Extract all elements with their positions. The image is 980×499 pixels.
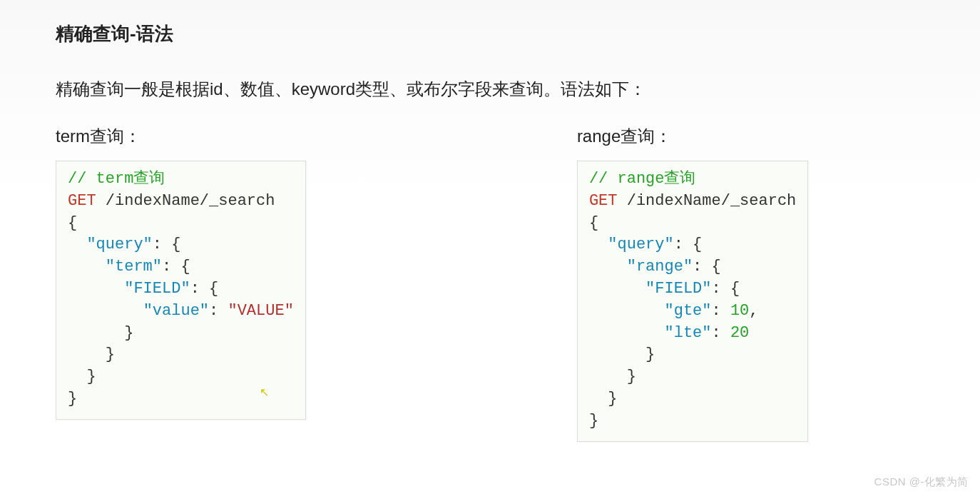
indent	[589, 324, 665, 342]
punct: : {	[693, 258, 721, 276]
http-method: GET	[68, 192, 96, 210]
punct: : {	[712, 280, 740, 298]
json-key: "gte"	[665, 302, 712, 320]
range-code-block: // range查询 GET /indexName/_search { "que…	[577, 161, 808, 442]
brace: }	[68, 390, 77, 408]
term-column: term查询： // term查询 GET /indexName/_search…	[56, 125, 306, 442]
http-path: /indexName/_search	[106, 192, 275, 210]
json-key: "lte"	[665, 324, 712, 342]
indent	[68, 258, 106, 276]
code-comment: // range查询	[589, 170, 696, 188]
json-number: 10	[730, 302, 749, 320]
json-number: 20	[730, 324, 749, 342]
brace: }	[68, 324, 133, 342]
term-label: term查询：	[56, 125, 306, 148]
json-key: "query"	[608, 236, 673, 253]
range-label: range查询：	[577, 125, 808, 148]
brace: }	[589, 368, 636, 385]
json-key: "FIELD"	[124, 280, 190, 298]
json-key: "FIELD"	[645, 280, 711, 298]
indent	[589, 236, 608, 253]
intro-text: 精确查询一般是根据id、数值、keyword类型、或布尔字段来查询。语法如下：	[56, 78, 924, 101]
watermark: CSDN @-化繁为简	[874, 475, 969, 489]
json-key: "query"	[86, 236, 152, 253]
json-string: "VALUE"	[228, 302, 293, 320]
punct: :	[209, 302, 228, 320]
indent	[589, 280, 645, 298]
punct: :	[712, 302, 730, 320]
punct: : {	[153, 236, 181, 253]
punct: :	[712, 324, 730, 342]
brace: }	[68, 368, 96, 385]
brace: {	[589, 214, 598, 232]
brace: }	[589, 346, 655, 363]
range-column: range查询： // range查询 GET /indexName/_sear…	[577, 125, 808, 442]
json-key: "value"	[143, 302, 209, 320]
indent	[68, 302, 143, 320]
brace: }	[68, 346, 115, 363]
brace: {	[68, 214, 77, 232]
brace: }	[589, 390, 618, 408]
comma: ,	[749, 302, 758, 320]
indent	[589, 258, 627, 276]
http-method: GET	[589, 192, 618, 210]
slide-page: 精确查询-语法 精确查询一般是根据id、数值、keyword类型、或布尔字段来查…	[0, 0, 980, 442]
columns: term查询： // term查询 GET /indexName/_search…	[56, 125, 924, 442]
indent	[68, 280, 124, 298]
term-code-block: // term查询 GET /indexName/_search { "quer…	[56, 161, 306, 420]
punct: : {	[162, 258, 190, 276]
http-path: /indexName/_search	[627, 192, 797, 210]
indent	[68, 236, 86, 253]
punct: : {	[674, 236, 703, 253]
json-key: "term"	[106, 258, 162, 276]
brace: }	[589, 412, 598, 430]
code-comment: // term查询	[68, 170, 165, 188]
json-key: "range"	[627, 258, 693, 276]
indent	[589, 302, 665, 320]
punct: : {	[190, 280, 219, 298]
page-title: 精确查询-语法	[56, 21, 924, 46]
